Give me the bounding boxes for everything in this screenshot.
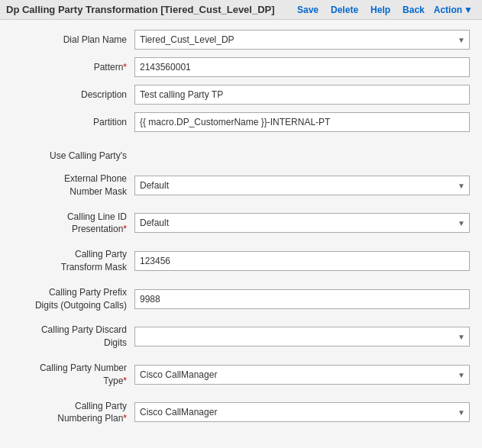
action-button[interactable]: Action ▼	[431, 3, 476, 17]
number-type-select[interactable]: Cisco CallManager Unknown National Inter…	[134, 365, 470, 385]
numbering-plan-row: Calling Party Numbering Plan* Cisco Call…	[12, 400, 470, 426]
calling-line-select-wrap: Default ▼	[134, 213, 470, 233]
use-calling-party-label: Use Calling Party's	[12, 150, 134, 163]
delete-button[interactable]: Delete	[325, 3, 364, 17]
external-phone-label: External Phone Number Mask	[12, 172, 134, 198]
number-type-select-wrap: Cisco CallManager Unknown National Inter…	[134, 365, 470, 385]
discard-digits-select-wrap: PreDot PreAt PreDot PreAt ▼	[134, 327, 470, 346]
dial-plan-name-row: Dial Plan Name Tiered_Cust_Level_DP ▼	[12, 29, 470, 50]
transform-mask-row: Calling Party Transform Mask	[12, 248, 470, 274]
help-button[interactable]: Help	[364, 3, 396, 17]
external-phone-select[interactable]: Default	[134, 176, 470, 195]
number-type-row: Calling Party Number Type* Cisco CallMan…	[12, 362, 470, 388]
calling-party-prefix-row: Calling Party Prefix Digits (Outgoing Ca…	[12, 286, 470, 312]
partition-row: Partition	[12, 111, 470, 133]
numbering-plan-select-wrap: Cisco CallManager Unknown ISDN Data Tele…	[134, 402, 470, 422]
pattern-label: Pattern*	[12, 61, 134, 74]
calling-line-select[interactable]: Default	[134, 213, 470, 233]
discard-digits-label: Calling Party Discard Digits	[12, 324, 134, 350]
pattern-row: Pattern*	[12, 56, 470, 78]
calling-party-prefix-input[interactable]	[134, 289, 470, 309]
number-type-label: Calling Party Number Type*	[12, 362, 134, 388]
numbering-plan-label: Calling Party Numbering Plan*	[12, 400, 134, 426]
external-phone-row: External Phone Number Mask Default ▼	[12, 172, 470, 198]
description-label: Description	[12, 89, 134, 102]
dial-plan-name-select-wrap: Tiered_Cust_Level_DP ▼	[134, 30, 470, 50]
page-header: Dp Calling Party Transformation [Tiered_…	[0, 0, 482, 20]
discard-digits-select[interactable]: PreDot PreAt PreDot PreAt	[134, 327, 470, 346]
pattern-input[interactable]	[134, 57, 470, 77]
transform-mask-label: Calling Party Transform Mask	[12, 248, 134, 274]
description-row: Description	[12, 84, 470, 105]
form-container: Dial Plan Name Tiered_Cust_Level_DP ▼ Pa…	[0, 20, 482, 448]
calling-line-id-row: Calling Line ID Presentation* Default ▼	[12, 211, 470, 237]
calling-party-prefix-label: Calling Party Prefix Digits (Outgoing Ca…	[12, 286, 134, 312]
transform-mask-input[interactable]	[134, 251, 470, 271]
external-phone-select-wrap: Default ▼	[134, 176, 470, 195]
partition-input[interactable]	[134, 112, 470, 132]
numbering-plan-select[interactable]: Cisco CallManager Unknown ISDN Data Tele…	[134, 402, 470, 422]
partition-label: Partition	[12, 116, 134, 129]
back-button[interactable]: Back	[396, 3, 431, 17]
dial-plan-name-select[interactable]: Tiered_Cust_Level_DP	[134, 30, 470, 50]
dial-plan-name-label: Dial Plan Name	[12, 34, 134, 47]
use-calling-party-row: Use Calling Party's	[12, 145, 470, 166]
discard-digits-row: Calling Party Discard Digits PreDot PreA…	[12, 324, 470, 350]
calling-line-id-label: Calling Line ID Presentation*	[12, 211, 134, 237]
save-button[interactable]: Save	[291, 3, 325, 17]
description-input[interactable]	[134, 85, 470, 105]
page-title: Dp Calling Party Transformation [Tiered_…	[6, 4, 291, 15]
